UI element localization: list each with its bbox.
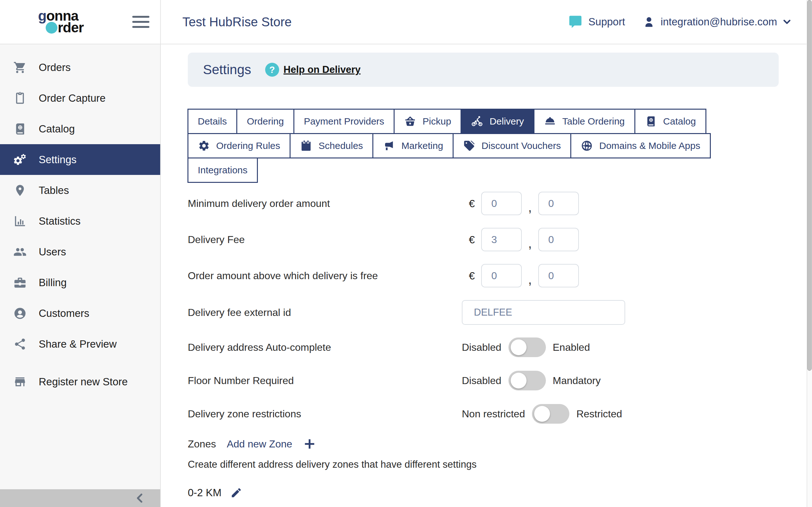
floor-number-toggle[interactable] — [508, 371, 546, 390]
sidebar-item-settings[interactable]: Settings — [0, 144, 160, 175]
gonnaorder-logo[interactable]: gonna rder — [38, 10, 84, 34]
cart-icon — [13, 61, 27, 74]
briefcase-icon — [13, 276, 27, 289]
sidebar-item-order-capture[interactable]: Order Capture — [0, 83, 160, 113]
toggle-off-label: Non restricted — [462, 408, 525, 420]
form-row-delivery-fee: Delivery Fee € , — [188, 228, 779, 251]
tab-marketing[interactable]: Marketing — [372, 133, 454, 158]
scrollbar-thumb[interactable] — [807, 0, 812, 371]
sidebar-item-customers[interactable]: Customers — [0, 298, 160, 329]
gears-icon — [13, 153, 27, 166]
address-autocomplete-toggle[interactable] — [508, 337, 546, 357]
account-menu[interactable]: integration@hubrise.com — [642, 15, 792, 29]
app-window: gonna rder Orders Order Capture Catalog … — [0, 0, 812, 507]
sidebar-item-label: Register new Store — [39, 376, 128, 388]
tab-domains-mobile-apps[interactable]: Domains & Mobile Apps — [570, 133, 711, 158]
form-row-delivery-fee-external-id: Delivery fee external id — [188, 300, 779, 325]
top-bar: Test HubRise Store Support integration@h… — [161, 0, 812, 44]
calendar-icon — [300, 140, 312, 152]
tab-schedules[interactable]: Schedules — [290, 133, 373, 158]
sidebar-collapse-button[interactable] — [0, 489, 160, 507]
page-title: Settings — [203, 62, 251, 77]
zones-title: Zones — [188, 438, 216, 450]
tab-pickup[interactable]: Pickup — [394, 109, 461, 134]
sidebar-item-statistics[interactable]: Statistics — [0, 206, 160, 236]
sidebar-item-share-preview[interactable]: Share & Preview — [0, 329, 160, 359]
sidebar-item-label: Orders — [39, 61, 71, 73]
logo-line2: rder — [46, 22, 84, 34]
field-label: Order amount above which delivery is fre… — [188, 270, 462, 282]
support-button[interactable]: Support — [568, 14, 625, 29]
toggle-group: Disabled Mandatory — [462, 371, 601, 390]
min-delivery-amount-decimal-input[interactable] — [538, 192, 579, 215]
bicycle-icon — [471, 115, 483, 127]
sidebar-item-label: Share & Preview — [39, 338, 117, 350]
delivery-fee-whole-input[interactable] — [481, 228, 522, 251]
sidebar-item-catalog[interactable]: Catalog — [0, 113, 160, 144]
free-delivery-whole-input[interactable] — [481, 264, 522, 287]
tab-discount-vouchers[interactable]: Discount Vouchers — [453, 133, 571, 158]
sidebar-item-label: Settings — [39, 154, 77, 166]
hamburger-menu-icon[interactable] — [132, 14, 149, 30]
globe-icon — [581, 140, 593, 152]
megaphone-icon — [383, 140, 395, 152]
sidebar-nav: Orders Order Capture Catalog Settings Ta… — [0, 44, 160, 489]
delivery-settings-form: Minimum delivery order amount € , Delive… — [188, 192, 779, 507]
account-email: integration@hubrise.com — [661, 16, 777, 28]
money-input-group: € , — [462, 228, 579, 251]
tab-details[interactable]: Details — [188, 109, 238, 134]
settings-tabs: Details Ordering Payment Providers Picku… — [188, 109, 776, 182]
min-delivery-amount-whole-input[interactable] — [481, 192, 522, 215]
toggle-on-label: Mandatory — [553, 375, 601, 387]
sidebar-item-orders[interactable]: Orders — [0, 52, 160, 83]
delivery-fee-decimal-input[interactable] — [538, 228, 579, 251]
sidebar-item-label: Statistics — [39, 215, 81, 227]
zone-restrictions-toggle[interactable] — [532, 404, 569, 424]
add-zone-button[interactable] — [303, 437, 316, 451]
form-row-free-delivery-threshold: Order amount above which delivery is fre… — [188, 264, 779, 287]
help-on-delivery-link[interactable]: ? Help on Delivery — [265, 63, 361, 77]
sidebar-item-label: Order Capture — [39, 92, 106, 104]
toggle-group: Non restricted Restricted — [462, 404, 622, 424]
tab-ordering-rules[interactable]: Ordering Rules — [188, 133, 291, 158]
sidebar-item-register-new-store[interactable]: Register new Store — [0, 366, 160, 397]
tab-delivery[interactable]: Delivery — [461, 109, 534, 134]
tab-catalog[interactable]: Catalog — [635, 109, 706, 134]
delivery-fee-external-id-input[interactable] — [462, 300, 625, 325]
sidebar-item-billing[interactable]: Billing — [0, 267, 160, 298]
user-icon — [642, 15, 656, 29]
tab-payment-providers[interactable]: Payment Providers — [293, 109, 395, 134]
pencil-edit-icon[interactable] — [230, 487, 242, 499]
help-icon: ? — [265, 63, 279, 77]
form-row-delivery-zone-restrictions: Delivery zone restrictions Non restricte… — [188, 404, 779, 424]
sidebar-item-users[interactable]: Users — [0, 236, 160, 267]
currency-symbol: € — [469, 198, 475, 210]
book-icon — [13, 122, 27, 135]
field-label: Delivery zone restrictions — [188, 408, 462, 420]
gear-icon — [198, 140, 210, 152]
zones-description: Create different address delivery zones … — [188, 459, 779, 470]
field-label: Delivery fee external id — [188, 307, 462, 319]
user-circle-icon — [13, 307, 27, 320]
currency-symbol: € — [469, 233, 475, 246]
bar-chart-icon — [13, 215, 27, 228]
clipboard-icon — [13, 92, 27, 105]
plus-icon — [303, 437, 316, 451]
sidebar-item-label: Catalog — [39, 123, 75, 135]
tab-ordering[interactable]: Ordering — [236, 109, 294, 134]
free-delivery-decimal-input[interactable] — [538, 264, 579, 287]
tags-icon — [463, 140, 475, 152]
zones-header: Zones Add new Zone — [188, 437, 779, 451]
sidebar-item-tables[interactable]: Tables — [0, 175, 160, 206]
toggle-off-label: Disabled — [462, 375, 502, 387]
topbar-right: Support integration@hubrise.com — [568, 14, 792, 29]
add-new-zone-link[interactable]: Add new Zone — [227, 438, 292, 450]
sidebar-item-label: Billing — [39, 277, 67, 289]
scrollbar-track[interactable] — [807, 0, 812, 507]
zone-name: 0-2 KM — [188, 487, 221, 499]
cloche-icon — [544, 115, 556, 127]
chevron-down-icon — [782, 17, 792, 26]
tab-integrations[interactable]: Integrations — [188, 158, 258, 183]
tab-table-ordering[interactable]: Table Ordering — [534, 109, 635, 134]
field-label: Delivery address Auto-complete — [188, 342, 462, 353]
